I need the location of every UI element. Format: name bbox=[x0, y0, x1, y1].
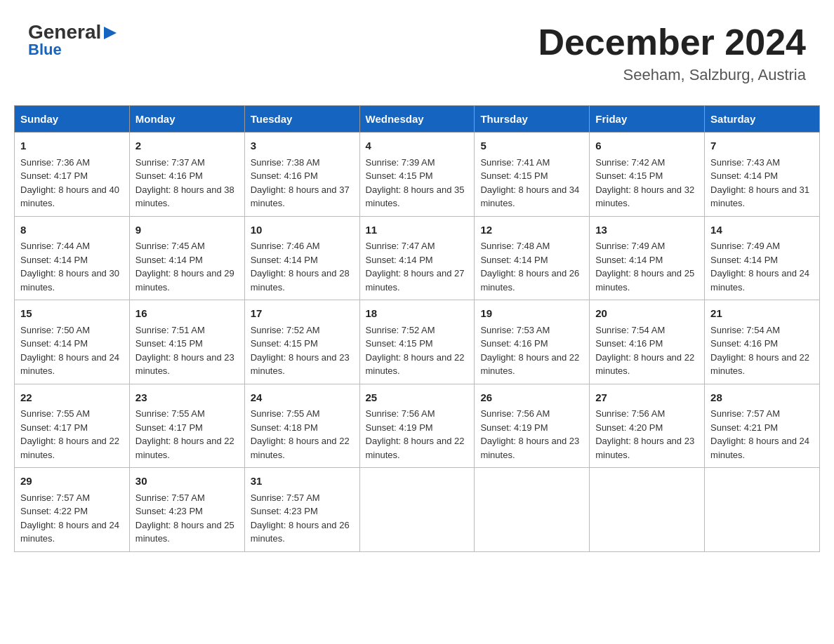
day-daylight: Daylight: 8 hours and 25 minutes. bbox=[135, 520, 234, 544]
calendar-cell: 16 Sunrise: 7:51 AM Sunset: 4:15 PM Dayl… bbox=[129, 300, 244, 384]
calendar-cell: 28 Sunrise: 7:57 AM Sunset: 4:21 PM Dayl… bbox=[705, 384, 820, 468]
day-daylight: Daylight: 8 hours and 23 minutes. bbox=[595, 436, 694, 460]
day-sunrise: Sunrise: 7:47 AM bbox=[366, 241, 435, 251]
day-number: 11 bbox=[366, 222, 469, 239]
logo: General Blue bbox=[28, 21, 118, 59]
day-sunset: Sunset: 4:17 PM bbox=[20, 170, 88, 181]
calendar-cell: 6 Sunrise: 7:42 AM Sunset: 4:15 PM Dayli… bbox=[590, 133, 705, 217]
header-sunday: Sunday bbox=[15, 106, 130, 133]
day-sunset: Sunset: 4:19 PM bbox=[366, 422, 433, 433]
calendar-cell: 17 Sunrise: 7:52 AM Sunset: 4:15 PM Dayl… bbox=[244, 300, 359, 384]
header-wednesday: Wednesday bbox=[359, 106, 475, 133]
day-number: 31 bbox=[251, 474, 354, 490]
header-saturday: Saturday bbox=[705, 106, 820, 133]
day-sunrise: Sunrise: 7:52 AM bbox=[251, 325, 320, 335]
day-sunset: Sunset: 4:23 PM bbox=[251, 506, 318, 516]
day-sunset: Sunset: 4:15 PM bbox=[251, 338, 318, 349]
day-sunrise: Sunrise: 7:41 AM bbox=[480, 157, 550, 168]
day-sunset: Sunset: 4:15 PM bbox=[366, 338, 433, 349]
day-daylight: Daylight: 8 hours and 24 minutes. bbox=[710, 436, 809, 460]
day-daylight: Daylight: 8 hours and 27 minutes. bbox=[366, 268, 465, 293]
day-sunrise: Sunrise: 7:39 AM bbox=[366, 157, 435, 168]
day-daylight: Daylight: 8 hours and 23 minutes. bbox=[480, 436, 579, 460]
calendar-cell: 11 Sunrise: 7:47 AM Sunset: 4:14 PM Dayl… bbox=[359, 216, 475, 300]
day-sunrise: Sunrise: 7:53 AM bbox=[480, 325, 550, 335]
calendar-cell: 13 Sunrise: 7:49 AM Sunset: 4:14 PM Dayl… bbox=[590, 216, 705, 300]
day-number: 22 bbox=[20, 390, 124, 406]
day-number: 28 bbox=[710, 390, 814, 406]
calendar-cell: 10 Sunrise: 7:46 AM Sunset: 4:14 PM Dayl… bbox=[244, 216, 359, 300]
day-number: 17 bbox=[251, 306, 354, 322]
calendar-week-3: 15 Sunrise: 7:50 AM Sunset: 4:14 PM Dayl… bbox=[15, 300, 820, 384]
day-sunset: Sunset: 4:16 PM bbox=[595, 338, 663, 349]
day-daylight: Daylight: 8 hours and 28 minutes. bbox=[251, 268, 350, 293]
day-number: 19 bbox=[480, 306, 583, 322]
day-daylight: Daylight: 8 hours and 22 minutes. bbox=[20, 436, 119, 460]
day-sunset: Sunset: 4:21 PM bbox=[710, 422, 778, 433]
day-daylight: Daylight: 8 hours and 22 minutes. bbox=[251, 436, 350, 460]
calendar-cell: 27 Sunrise: 7:56 AM Sunset: 4:20 PM Dayl… bbox=[590, 384, 705, 468]
day-number: 20 bbox=[595, 306, 699, 322]
day-number: 2 bbox=[135, 138, 239, 154]
day-daylight: Daylight: 8 hours and 29 minutes. bbox=[135, 268, 234, 293]
day-daylight: Daylight: 8 hours and 22 minutes. bbox=[480, 352, 579, 377]
day-sunrise: Sunrise: 7:55 AM bbox=[20, 408, 90, 419]
day-sunset: Sunset: 4:15 PM bbox=[595, 170, 663, 181]
calendar-cell: 15 Sunrise: 7:50 AM Sunset: 4:14 PM Dayl… bbox=[15, 300, 130, 384]
day-sunrise: Sunrise: 7:54 AM bbox=[710, 325, 780, 335]
day-daylight: Daylight: 8 hours and 24 minutes. bbox=[20, 352, 119, 377]
day-daylight: Daylight: 8 hours and 32 minutes. bbox=[595, 185, 694, 209]
day-daylight: Daylight: 8 hours and 23 minutes. bbox=[251, 352, 350, 377]
day-daylight: Daylight: 8 hours and 24 minutes. bbox=[20, 520, 119, 544]
calendar-cell: 18 Sunrise: 7:52 AM Sunset: 4:15 PM Dayl… bbox=[359, 300, 475, 384]
day-sunrise: Sunrise: 7:50 AM bbox=[20, 325, 90, 335]
day-sunrise: Sunrise: 7:57 AM bbox=[135, 492, 205, 503]
calendar-cell: 12 Sunrise: 7:48 AM Sunset: 4:14 PM Dayl… bbox=[475, 216, 590, 300]
location-subtitle: Seeham, Salzburg, Austria bbox=[538, 66, 806, 84]
day-sunrise: Sunrise: 7:56 AM bbox=[366, 408, 435, 419]
day-sunrise: Sunrise: 7:56 AM bbox=[480, 408, 550, 419]
day-number: 16 bbox=[135, 306, 239, 322]
day-number: 30 bbox=[135, 474, 239, 490]
day-number: 10 bbox=[251, 222, 354, 239]
day-sunrise: Sunrise: 7:37 AM bbox=[135, 157, 205, 168]
day-sunset: Sunset: 4:16 PM bbox=[710, 338, 778, 349]
day-sunset: Sunset: 4:17 PM bbox=[20, 422, 88, 433]
day-daylight: Daylight: 8 hours and 35 minutes. bbox=[366, 185, 465, 209]
calendar-header-row: Sunday Monday Tuesday Wednesday Thursday… bbox=[15, 106, 820, 133]
day-daylight: Daylight: 8 hours and 22 minutes. bbox=[595, 352, 694, 377]
calendar-week-4: 22 Sunrise: 7:55 AM Sunset: 4:17 PM Dayl… bbox=[15, 384, 820, 468]
calendar-cell: 2 Sunrise: 7:37 AM Sunset: 4:16 PM Dayli… bbox=[129, 133, 244, 217]
month-title: December 2024 bbox=[538, 21, 806, 63]
day-number: 29 bbox=[20, 474, 124, 490]
day-sunset: Sunset: 4:17 PM bbox=[135, 422, 203, 433]
calendar-cell: 9 Sunrise: 7:45 AM Sunset: 4:14 PM Dayli… bbox=[129, 216, 244, 300]
day-sunset: Sunset: 4:14 PM bbox=[20, 255, 88, 265]
day-sunrise: Sunrise: 7:44 AM bbox=[20, 241, 90, 251]
day-daylight: Daylight: 8 hours and 22 minutes. bbox=[366, 436, 465, 460]
calendar-cell: 25 Sunrise: 7:56 AM Sunset: 4:19 PM Dayl… bbox=[359, 384, 475, 468]
day-number: 13 bbox=[595, 222, 699, 239]
day-sunset: Sunset: 4:14 PM bbox=[710, 170, 778, 181]
title-area: December 2024 Seeham, Salzburg, Austria bbox=[538, 21, 806, 84]
day-sunrise: Sunrise: 7:57 AM bbox=[251, 492, 320, 503]
day-daylight: Daylight: 8 hours and 26 minutes. bbox=[251, 520, 350, 544]
logo-blue-text: Blue bbox=[28, 41, 62, 59]
calendar-cell bbox=[359, 468, 475, 552]
calendar-cell: 20 Sunrise: 7:54 AM Sunset: 4:16 PM Dayl… bbox=[590, 300, 705, 384]
day-number: 24 bbox=[251, 390, 354, 406]
day-sunset: Sunset: 4:23 PM bbox=[135, 506, 203, 516]
day-sunrise: Sunrise: 7:36 AM bbox=[20, 157, 90, 168]
day-sunset: Sunset: 4:22 PM bbox=[20, 506, 88, 516]
day-sunset: Sunset: 4:14 PM bbox=[710, 255, 778, 265]
calendar-cell: 5 Sunrise: 7:41 AM Sunset: 4:15 PM Dayli… bbox=[475, 133, 590, 217]
day-sunrise: Sunrise: 7:55 AM bbox=[135, 408, 205, 419]
day-sunset: Sunset: 4:15 PM bbox=[135, 338, 203, 349]
calendar-week-2: 8 Sunrise: 7:44 AM Sunset: 4:14 PM Dayli… bbox=[15, 216, 820, 300]
day-number: 26 bbox=[480, 390, 583, 406]
day-daylight: Daylight: 8 hours and 37 minutes. bbox=[251, 185, 350, 209]
day-number: 23 bbox=[135, 390, 239, 406]
day-number: 14 bbox=[710, 222, 814, 239]
header-monday: Monday bbox=[129, 106, 244, 133]
calendar-cell: 23 Sunrise: 7:55 AM Sunset: 4:17 PM Dayl… bbox=[129, 384, 244, 468]
